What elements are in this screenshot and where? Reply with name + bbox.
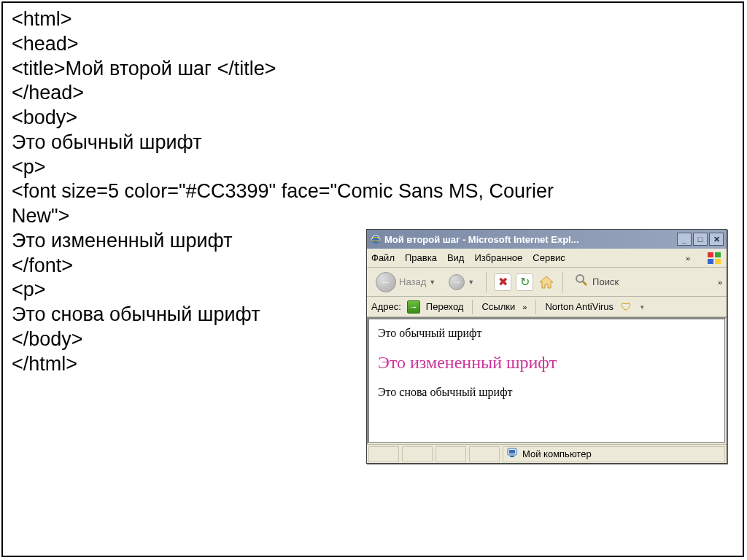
ie-browser-window: Мой второй шаг - Microsoft Internet Expl…	[366, 229, 727, 464]
menu-overflow-icon[interactable]: »	[686, 254, 690, 262]
computer-icon	[506, 448, 518, 460]
menu-service[interactable]: Сервис	[533, 252, 565, 263]
svg-rect-10	[510, 456, 514, 457]
svg-point-6	[576, 275, 584, 282]
rendered-line-1: Это обычный шрифт	[378, 327, 716, 340]
links-label[interactable]: Ссылки	[481, 301, 515, 312]
toolbar-separator	[562, 272, 563, 292]
status-cell	[436, 446, 466, 462]
status-cell	[469, 446, 500, 462]
status-cell	[402, 446, 433, 462]
ie-app-icon	[370, 233, 382, 245]
back-label: Назад	[399, 276, 426, 287]
back-dropdown-icon: ▼	[429, 279, 436, 286]
page-content: Это обычный шрифт Это измененный шрифт Э…	[368, 319, 725, 443]
home-icon[interactable]	[538, 273, 555, 291]
antivirus-icon: 🛡	[621, 300, 632, 313]
maximize-button[interactable]: □	[693, 233, 708, 246]
svg-rect-2	[708, 252, 713, 257]
address-label: Адрес:	[371, 301, 401, 312]
toolbar-separator	[535, 300, 536, 314]
svg-rect-3	[715, 252, 721, 257]
menu-edit[interactable]: Правка	[405, 252, 437, 263]
antivirus-label[interactable]: Norton AntiVirus	[545, 301, 614, 312]
slide-frame: <html> <head> <title>Мой второй шаг </ti…	[1, 1, 744, 557]
toolbar-separator	[472, 300, 473, 314]
stop-icon[interactable]: ✖	[494, 273, 511, 291]
content-border: Это обычный шрифт Это измененный шрифт Э…	[367, 317, 727, 444]
forward-button[interactable]: → ▼	[444, 271, 479, 293]
menu-favorites[interactable]: Избранное	[474, 252, 522, 263]
rendered-line-2: Это измененный шрифт	[378, 353, 716, 373]
svg-rect-5	[715, 259, 721, 264]
search-label: Поиск	[592, 276, 619, 287]
toolbar-overflow-icon[interactable]: »	[718, 278, 722, 287]
svg-rect-9	[509, 450, 515, 454]
search-icon	[575, 273, 588, 290]
forward-arrow-icon: →	[449, 274, 465, 290]
close-button[interactable]: ✕	[709, 233, 724, 246]
status-cell	[368, 446, 399, 462]
menu-view[interactable]: Вид	[447, 252, 465, 263]
forward-dropdown-icon: ▼	[468, 279, 474, 286]
status-zone: Мой компьютер	[503, 446, 725, 462]
back-button[interactable]: ← Назад ▼	[371, 269, 440, 295]
minimize-button[interactable]: _	[677, 233, 692, 246]
svg-rect-4	[708, 259, 713, 264]
window-title: Мой второй шаг - Microsoft Internet Expl…	[384, 234, 677, 245]
status-bar: Мой компьютер	[367, 444, 727, 463]
rendered-line-3: Это снова обычный шрифт	[378, 386, 716, 399]
status-zone-text: Мой компьютер	[522, 448, 592, 459]
svg-line-7	[583, 281, 587, 285]
menu-bar: Файл Правка Вид Избранное Сервис »	[367, 249, 727, 268]
back-arrow-icon: ←	[376, 272, 396, 292]
menu-file[interactable]: Файл	[371, 252, 395, 263]
refresh-icon[interactable]: ↻	[516, 273, 533, 291]
toolbar-separator	[486, 272, 487, 292]
go-label[interactable]: Переход	[426, 301, 464, 312]
links-overflow-icon[interactable]: »	[522, 303, 527, 311]
go-icon[interactable]: →	[407, 300, 420, 314]
navigation-toolbar: ← Назад ▼ → ▼ ✖ ↻ Поиск »	[367, 268, 727, 297]
search-button[interactable]: Поиск	[570, 271, 623, 293]
titlebar[interactable]: Мой второй шаг - Microsoft Internet Expl…	[367, 230, 727, 249]
windows-flag-icon	[706, 250, 722, 266]
antivirus-dropdown-icon: ▾	[640, 303, 644, 311]
address-toolbar: Адрес: → Переход Ссылки » Norton AntiVir…	[367, 297, 727, 317]
